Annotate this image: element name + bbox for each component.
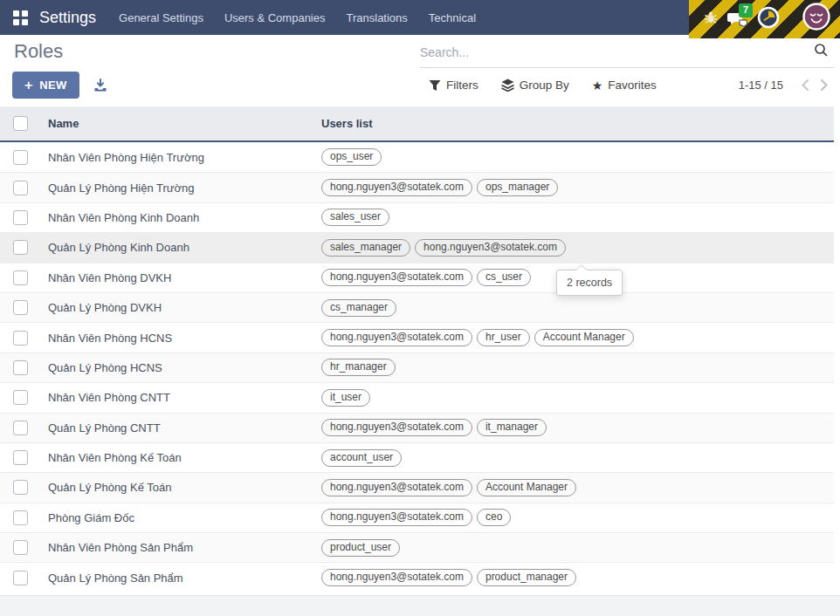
apps-grid-icon[interactable] xyxy=(13,10,28,25)
messages-icon[interactable]: 7 xyxy=(727,10,748,31)
user-tag[interactable]: product_manager xyxy=(477,569,576,586)
row-checkbox[interactable] xyxy=(13,360,28,375)
top-navbar: Settings General SettingsUsers & Compani… xyxy=(0,0,840,35)
user-tag[interactable]: sales_manager xyxy=(321,239,410,257)
user-tag[interactable]: hong.nguyen3@sotatek.com xyxy=(321,419,472,436)
row-checkbox[interactable] xyxy=(13,510,28,525)
role-name: Nhân Viên Phòng DVKH xyxy=(48,271,321,284)
role-name: Nhân Viên Phòng Kế Toán xyxy=(48,451,321,464)
role-name: Quản Lý Phòng HCNS xyxy=(48,361,321,374)
role-name: Nhân Viên Phòng Kinh Doanh xyxy=(48,211,321,224)
search-icon[interactable] xyxy=(814,43,829,61)
row-checkbox[interactable] xyxy=(13,571,28,585)
user-tag[interactable]: hong.nguyen3@sotatek.com xyxy=(321,179,472,196)
nav-menu-item[interactable]: Translations xyxy=(336,0,418,35)
user-tag[interactable]: cs_user xyxy=(477,269,531,286)
role-name: Quản Lý Phòng Kế Toán xyxy=(48,481,321,494)
column-header-users-list[interactable]: Users list xyxy=(321,117,834,130)
user-avatar[interactable] xyxy=(802,3,830,34)
row-checkbox[interactable] xyxy=(13,421,28,435)
role-name: Nhân Viên Phòng CNTT xyxy=(48,391,321,404)
table-row[interactable]: Quản Lý Phòng DVKHcs_manager xyxy=(0,292,834,322)
user-tag[interactable]: sales_user xyxy=(321,209,389,226)
users-list-cell: hong.nguyen3@sotatek.comops_manager xyxy=(321,179,834,196)
role-name: Nhân Viên Phòng Sản Phẩm xyxy=(48,541,321,554)
user-tag[interactable]: hong.nguyen3@sotatek.com xyxy=(321,569,472,586)
table-row[interactable]: Nhân Viên Phòng Sản Phẩmproduct_user xyxy=(0,532,834,562)
table-body: Nhân Viên Phòng Hiện Trườngops_userQuản … xyxy=(0,142,834,592)
user-tag[interactable]: ceo xyxy=(477,509,511,526)
row-checkbox[interactable] xyxy=(13,390,28,405)
pager-next-icon[interactable] xyxy=(815,77,834,93)
table-row[interactable]: Nhân Viên Phòng Kế Toánaccount_user xyxy=(0,442,834,472)
table-row[interactable]: Nhân Viên Phòng Hiện Trườngops_user xyxy=(0,142,834,172)
pager: 1-15 / 15 xyxy=(739,77,834,93)
app-name[interactable]: Settings xyxy=(39,9,96,27)
user-tag[interactable]: account_user xyxy=(321,449,402,467)
table-row[interactable]: Quản Lý Phòng CNTThong.nguyen3@sotatek.c… xyxy=(0,413,834,442)
user-tag[interactable]: cs_manager xyxy=(321,299,396,317)
nav-menu-item[interactable]: General Settings xyxy=(108,0,214,35)
nav-menu-item[interactable]: Users & Companies xyxy=(214,0,336,35)
user-tag[interactable]: hong.nguyen3@sotatek.com xyxy=(415,239,566,257)
test-environment-banner: 7 xyxy=(689,0,840,38)
users-list-cell: hong.nguyen3@sotatek.comceo xyxy=(321,509,834,526)
user-tag[interactable]: it_user xyxy=(321,389,370,407)
export-download-icon[interactable] xyxy=(93,78,108,93)
pager-value: 1-15 / 15 xyxy=(739,79,783,92)
user-tag[interactable]: Account Manager xyxy=(477,479,576,496)
filters-button[interactable]: Filters xyxy=(429,79,479,92)
row-checkbox[interactable] xyxy=(13,540,28,555)
user-tag[interactable]: hr_manager xyxy=(321,359,396,376)
user-tag[interactable]: ops_manager xyxy=(477,179,558,196)
users-list-cell: hong.nguyen3@sotatek.comAccount Manager xyxy=(321,479,834,496)
users-list-cell: hr_manager xyxy=(321,359,834,376)
users-list-cell: it_user xyxy=(321,389,834,407)
user-tag[interactable]: product_user xyxy=(321,539,400,557)
table-header: Name Users list xyxy=(0,106,834,142)
user-tag[interactable]: hong.nguyen3@sotatek.com xyxy=(321,479,472,496)
role-name: Quản Lý Phòng Sản Phẩm xyxy=(48,572,321,585)
table-row[interactable]: Nhân Viên Phòng DVKHhong.nguyen3@sotatek… xyxy=(0,263,834,292)
table-row[interactable]: Quản Lý Phòng Hiện Trườnghong.nguyen3@so… xyxy=(0,172,834,202)
records-tooltip: 2 records xyxy=(556,270,623,296)
group-by-button[interactable]: Group By xyxy=(501,79,569,92)
column-header-name[interactable]: Name xyxy=(48,117,321,130)
user-tag[interactable]: hong.nguyen3@sotatek.com xyxy=(321,509,472,526)
user-tag[interactable]: Account Manager xyxy=(534,329,634,346)
table-row[interactable]: Quản Lý Phòng HCNShr_manager xyxy=(0,352,834,382)
table-row[interactable]: Quản Lý Phòng Kinh Doanhsales_managerhon… xyxy=(0,232,834,262)
row-checkbox[interactable] xyxy=(13,270,28,285)
page-title: Roles xyxy=(14,40,63,63)
row-checkbox[interactable] xyxy=(13,150,28,165)
table-row[interactable]: Nhân Viên Phòng Kinh Doanhsales_user xyxy=(0,202,834,232)
row-checkbox[interactable] xyxy=(13,181,28,195)
table-row[interactable]: Quản Lý Phòng Kế Toánhong.nguyen3@sotate… xyxy=(0,472,834,502)
table-row[interactable]: Nhân Viên Phòng CNTTit_user xyxy=(0,382,834,412)
table-row[interactable]: Nhân Viên Phòng HCNShong.nguyen3@sotatek… xyxy=(0,322,834,352)
users-list-cell: hong.nguyen3@sotatek.comproduct_manager xyxy=(321,569,834,586)
new-button[interactable]: ＋ NEW xyxy=(12,72,79,99)
row-checkbox[interactable] xyxy=(13,300,28,315)
table-row[interactable]: Quản Lý Phòng Sản Phẩmhong.nguyen3@sotat… xyxy=(0,562,834,592)
search-input[interactable]: Search... xyxy=(420,37,834,68)
user-tag[interactable]: it_manager xyxy=(477,419,547,436)
row-checkbox[interactable] xyxy=(13,240,28,255)
favorites-button[interactable]: ★ Favorites xyxy=(592,79,657,92)
table-row[interactable]: Phòng Giám Đốchong.nguyen3@sotatek.comce… xyxy=(0,503,834,532)
page-footer xyxy=(0,595,840,616)
pager-previous-icon[interactable] xyxy=(795,77,815,93)
row-checkbox[interactable] xyxy=(13,480,28,495)
user-tag[interactable]: ops_user xyxy=(321,148,382,166)
nav-menu: General SettingsUsers & CompaniesTransla… xyxy=(108,0,486,35)
user-tag[interactable]: hr_user xyxy=(477,329,530,346)
row-checkbox[interactable] xyxy=(13,331,28,346)
nav-menu-item[interactable]: Technical xyxy=(418,0,486,35)
user-tag[interactable]: hong.nguyen3@sotatek.com xyxy=(321,329,472,346)
select-all-checkbox[interactable] xyxy=(13,116,28,131)
bug-icon[interactable] xyxy=(703,10,719,29)
activities-clock-icon[interactable] xyxy=(757,6,780,32)
row-checkbox[interactable] xyxy=(13,210,28,225)
user-tag[interactable]: hong.nguyen3@sotatek.com xyxy=(321,269,472,286)
row-checkbox[interactable] xyxy=(13,450,28,465)
